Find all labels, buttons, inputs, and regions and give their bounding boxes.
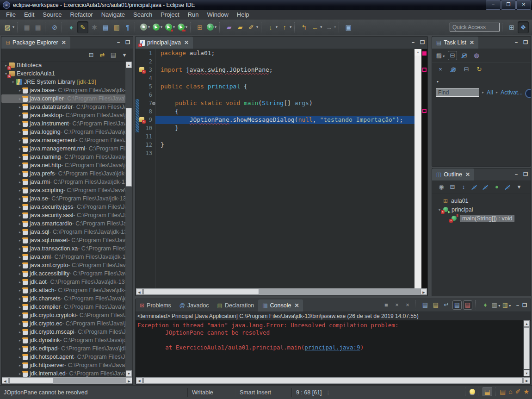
tree-item[interactable]: ▸java.datatransfer - C:\Program Files\Ja…	[1, 103, 126, 111]
code-line[interactable]: {	[161, 107, 414, 116]
package-explorer-hscrollbar[interactable]: ◀ ▶	[2, 377, 132, 384]
open-declaration-icon[interactable]: ▤	[100, 22, 111, 33]
minimize-button[interactable]: –	[486, 0, 501, 10]
outline-item[interactable]: ⊞aula01	[434, 197, 529, 205]
tree-item[interactable]: ▸java.sql.rowset - C:\Program Files\Java…	[1, 236, 126, 244]
menu-refactor[interactable]: Refactor	[66, 11, 97, 19]
hide-fields-icon[interactable]: ◌	[470, 182, 479, 192]
profile-icon[interactable]: ▶▾	[177, 22, 188, 33]
view-menu-icon[interactable]: ▾	[514, 182, 524, 192]
close-button[interactable]: ✕	[516, 0, 531, 10]
remove-launch-icon[interactable]: ×	[392, 300, 402, 310]
find-input[interactable]	[436, 88, 479, 97]
collapse-all-icon[interactable]: ⊟	[448, 182, 457, 192]
menu-file[interactable]: File	[2, 11, 20, 19]
hide-local-types-icon[interactable]: ◌	[503, 182, 513, 192]
show-stdout-icon[interactable]: ▤	[452, 300, 462, 310]
categorized-icon[interactable]: ⊟	[448, 51, 457, 60]
scroll-lock-icon[interactable]: ▤	[431, 300, 440, 310]
dropdown-arrow-icon[interactable]: ▾	[290, 25, 291, 29]
package-explorer-vscrollbar[interactable]: ▲ ▼	[125, 62, 132, 377]
filter-my-tasks-icon[interactable]: ◍	[449, 65, 458, 74]
tab-task-list[interactable]: ▤ Task List ✕	[432, 37, 478, 49]
search-icon[interactable]: ✐▾	[246, 22, 259, 33]
code-area[interactable]: package aula01;import javax.swing.JOptio…	[155, 49, 414, 288]
hide-static-icon[interactable]: ◌	[481, 182, 490, 192]
annotation-marker[interactable]	[422, 68, 427, 72]
tab-console[interactable]: ▥Console✕	[258, 299, 303, 312]
filters-icon[interactable]: ▤	[109, 50, 118, 60]
code-line[interactable]	[161, 74, 414, 82]
maximize-button[interactable]: ❐	[501, 0, 516, 10]
debug-icon[interactable]: ✱▾	[139, 22, 151, 33]
show-whitespace-icon[interactable]: ¶	[123, 22, 133, 33]
tree-item[interactable]: ▸java.net.http - C:\Program Files\Java\j…	[1, 161, 126, 169]
tree-item[interactable]: ▸java.scripting - C:\Program Files\Java\…	[1, 186, 126, 194]
remove-all-terminated-icon[interactable]: ×	[403, 300, 412, 310]
presentation-icon[interactable]: ◍	[472, 51, 481, 60]
tree-item[interactable]: ▸java.sql - C:\Program Files\Java\jdk-13	[1, 228, 126, 236]
outline-item[interactable]: ▾×▶principal	[434, 206, 529, 214]
tree-item[interactable]: ▸java.xml - C:\Program Files\Java\jdk-13	[1, 253, 126, 261]
previous-annotation-icon[interactable]: ↑▾	[279, 22, 292, 33]
editor-hscrollbar[interactable]: ◀ ▶	[136, 288, 427, 295]
tree-item[interactable]: ▸jdk.crypto.ec - C:\Program Files\Java\j…	[1, 319, 126, 328]
maximize-view-icon[interactable]: ❐	[522, 302, 527, 308]
tab-principal-java[interactable]: J × principal.java ✕	[136, 37, 193, 49]
error-marker-icon[interactable]	[139, 117, 144, 122]
dropdown-arrow-icon[interactable]: ▾	[161, 25, 162, 29]
console-output[interactable]: Exception in thread "main" java.lang.Err…	[136, 320, 524, 377]
tab-outline[interactable]: ◫ Outline ✕	[432, 168, 474, 181]
maximize-view-icon[interactable]: ❐	[523, 171, 528, 177]
tree-item[interactable]: ▾JRE System Library [jdk-13]	[1, 78, 126, 86]
tree-item[interactable]: ▸jdk.crypto.cryptoki - C:\Program Files\…	[1, 311, 126, 319]
tree-item[interactable]: ▸jdk.compiler - C:\Program Files\Java\jd…	[1, 303, 126, 311]
editor-vscrollbar[interactable]: ▲	[414, 49, 421, 288]
learn-icon[interactable]: ⌂	[508, 388, 512, 395]
tree-item[interactable]: ▸java.naming - C:\Program Files\Java\jdk…	[1, 153, 126, 161]
open-console-icon[interactable]: ▥▾	[502, 300, 511, 310]
collapse-window-icon[interactable]: ⊟	[462, 65, 471, 74]
menu-source[interactable]: Source	[38, 11, 66, 19]
code-line[interactable]: package aula01;	[161, 49, 414, 57]
last-edit-location-icon[interactable]: ↰	[299, 22, 309, 33]
tree-item[interactable]: ▸jdk.crypto.mscapi - C:\Program Files\Ja…	[1, 328, 126, 336]
show-stderr-icon[interactable]: ▤	[463, 300, 472, 310]
show-view-icon[interactable]: ▥	[111, 22, 122, 33]
close-icon[interactable]: ✕	[62, 39, 66, 46]
annotation-marker[interactable]	[422, 51, 427, 56]
contribute-icon[interactable]: ⬓	[483, 387, 492, 396]
tree-item[interactable]: ▸java.management.rmi - C:\Program Files\…	[1, 144, 126, 153]
save-all-icon[interactable]: ▦	[33, 22, 43, 33]
code-line[interactable]	[161, 57, 414, 66]
dropdown-arrow-icon[interactable]: ▾	[334, 25, 336, 29]
code-line-selected[interactable]: JOptionPane.showMessageDialog(null, "tes…	[155, 116, 414, 124]
tab-package-explorer[interactable]: ⊞ Package Explorer ✕	[1, 37, 70, 49]
tree-item[interactable]: ▸java.desktop - C:\Program Files\Java\jd…	[1, 111, 126, 119]
dropdown-arrow-icon[interactable]: ▾	[320, 25, 322, 29]
new-task-icon[interactable]: ▨▾	[436, 51, 445, 60]
menu-project[interactable]: Project	[156, 11, 183, 19]
back-icon[interactable]: ←▾	[310, 22, 323, 33]
console-vscrollbar[interactable]: ▲ ▼	[523, 320, 530, 376]
word-wrap-icon[interactable]: ↵	[442, 300, 451, 310]
dropdown-arrow-icon[interactable]: ▾	[215, 25, 217, 29]
tree-item[interactable]: ▸java.instrument - C:\Program Files\Java…	[1, 119, 126, 128]
next-annotation-icon[interactable]: ↓▾	[266, 22, 278, 33]
code-line[interactable]	[161, 132, 414, 141]
close-icon[interactable]: ✕	[294, 302, 299, 309]
collapse-all-icon[interactable]: ⊟	[87, 50, 96, 60]
quick-access-input[interactable]	[450, 23, 500, 31]
highlighter-icon[interactable]: ✎	[77, 21, 88, 33]
code-line[interactable]: import javax.swing.JOptionPane;	[161, 66, 414, 74]
dropdown-arrow-icon[interactable]: ▾	[498, 304, 500, 308]
tree-item[interactable]: ▸java.transaction.xa - C:\Program Files\…	[1, 244, 126, 253]
wizard-icon[interactable]: ✐	[515, 388, 521, 395]
tab-javadoc[interactable]: @Javadoc	[175, 299, 213, 312]
code-line[interactable]: }	[161, 141, 414, 149]
pin-editor-icon[interactable]: ▣	[343, 22, 353, 33]
tree-item[interactable]: ▸java.se - C:\Program Files\Java\jdk-13	[1, 194, 126, 203]
menu-edit[interactable]: Edit	[20, 11, 38, 19]
forward-icon[interactable]: →▾	[324, 22, 337, 33]
tree-item[interactable]: ▸java.prefs - C:\Program Files\Java\jdk-…	[1, 169, 126, 178]
